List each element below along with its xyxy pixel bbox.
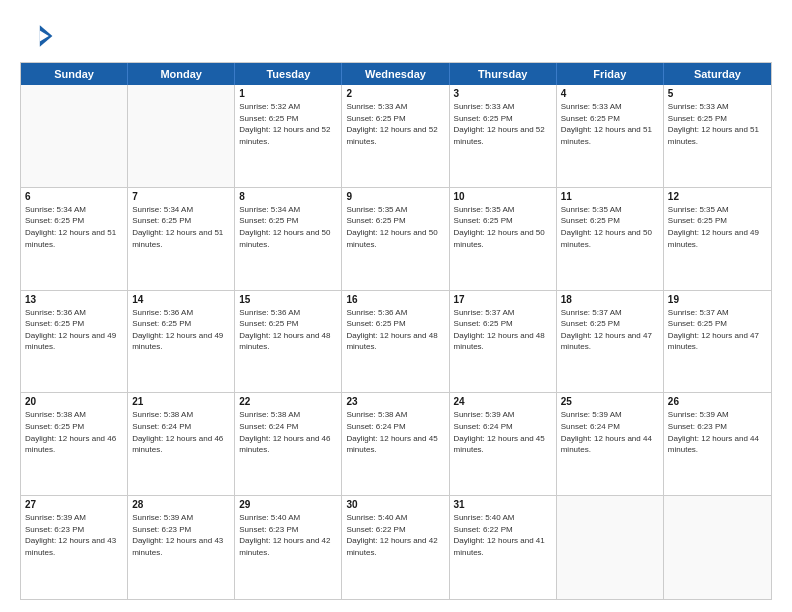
calendar-body: 1Sunrise: 5:32 AMSunset: 6:25 PMDaylight… <box>21 85 771 599</box>
day-number: 24 <box>454 396 552 407</box>
calendar-cell: 23Sunrise: 5:38 AMSunset: 6:24 PMDayligh… <box>342 393 449 495</box>
calendar-cell: 19Sunrise: 5:37 AMSunset: 6:25 PMDayligh… <box>664 291 771 393</box>
calendar-cell <box>128 85 235 187</box>
calendar-cell: 17Sunrise: 5:37 AMSunset: 6:25 PMDayligh… <box>450 291 557 393</box>
day-info: Sunrise: 5:39 AMSunset: 6:23 PMDaylight:… <box>25 512 123 558</box>
day-number: 11 <box>561 191 659 202</box>
day-number: 7 <box>132 191 230 202</box>
day-info: Sunrise: 5:38 AMSunset: 6:25 PMDaylight:… <box>25 409 123 455</box>
day-number: 6 <box>25 191 123 202</box>
day-info: Sunrise: 5:33 AMSunset: 6:25 PMDaylight:… <box>668 101 767 147</box>
calendar-cell: 20Sunrise: 5:38 AMSunset: 6:25 PMDayligh… <box>21 393 128 495</box>
day-number: 19 <box>668 294 767 305</box>
calendar-cell <box>557 496 664 599</box>
calendar-cell: 21Sunrise: 5:38 AMSunset: 6:24 PMDayligh… <box>128 393 235 495</box>
weekday-header: Thursday <box>450 63 557 85</box>
day-number: 3 <box>454 88 552 99</box>
day-info: Sunrise: 5:36 AMSunset: 6:25 PMDaylight:… <box>25 307 123 353</box>
calendar-cell: 7Sunrise: 5:34 AMSunset: 6:25 PMDaylight… <box>128 188 235 290</box>
page: SundayMondayTuesdayWednesdayThursdayFrid… <box>0 0 792 612</box>
day-number: 12 <box>668 191 767 202</box>
calendar-cell: 6Sunrise: 5:34 AMSunset: 6:25 PMDaylight… <box>21 188 128 290</box>
day-number: 10 <box>454 191 552 202</box>
day-info: Sunrise: 5:32 AMSunset: 6:25 PMDaylight:… <box>239 101 337 147</box>
day-number: 16 <box>346 294 444 305</box>
day-number: 14 <box>132 294 230 305</box>
calendar-cell <box>21 85 128 187</box>
day-info: Sunrise: 5:33 AMSunset: 6:25 PMDaylight:… <box>561 101 659 147</box>
calendar-cell: 1Sunrise: 5:32 AMSunset: 6:25 PMDaylight… <box>235 85 342 187</box>
calendar-cell: 27Sunrise: 5:39 AMSunset: 6:23 PMDayligh… <box>21 496 128 599</box>
day-info: Sunrise: 5:33 AMSunset: 6:25 PMDaylight:… <box>454 101 552 147</box>
calendar-cell: 29Sunrise: 5:40 AMSunset: 6:23 PMDayligh… <box>235 496 342 599</box>
calendar-cell: 28Sunrise: 5:39 AMSunset: 6:23 PMDayligh… <box>128 496 235 599</box>
day-number: 9 <box>346 191 444 202</box>
weekday-header: Sunday <box>21 63 128 85</box>
day-number: 8 <box>239 191 337 202</box>
calendar-cell: 26Sunrise: 5:39 AMSunset: 6:23 PMDayligh… <box>664 393 771 495</box>
calendar-week: 27Sunrise: 5:39 AMSunset: 6:23 PMDayligh… <box>21 496 771 599</box>
day-info: Sunrise: 5:35 AMSunset: 6:25 PMDaylight:… <box>561 204 659 250</box>
day-number: 17 <box>454 294 552 305</box>
calendar-cell: 10Sunrise: 5:35 AMSunset: 6:25 PMDayligh… <box>450 188 557 290</box>
day-info: Sunrise: 5:34 AMSunset: 6:25 PMDaylight:… <box>132 204 230 250</box>
day-info: Sunrise: 5:35 AMSunset: 6:25 PMDaylight:… <box>668 204 767 250</box>
day-number: 28 <box>132 499 230 510</box>
weekday-header: Friday <box>557 63 664 85</box>
calendar-cell: 4Sunrise: 5:33 AMSunset: 6:25 PMDaylight… <box>557 85 664 187</box>
calendar-cell: 8Sunrise: 5:34 AMSunset: 6:25 PMDaylight… <box>235 188 342 290</box>
day-number: 31 <box>454 499 552 510</box>
calendar-cell: 9Sunrise: 5:35 AMSunset: 6:25 PMDaylight… <box>342 188 449 290</box>
day-info: Sunrise: 5:35 AMSunset: 6:25 PMDaylight:… <box>346 204 444 250</box>
calendar-cell: 25Sunrise: 5:39 AMSunset: 6:24 PMDayligh… <box>557 393 664 495</box>
day-info: Sunrise: 5:36 AMSunset: 6:25 PMDaylight:… <box>346 307 444 353</box>
day-info: Sunrise: 5:40 AMSunset: 6:22 PMDaylight:… <box>346 512 444 558</box>
day-info: Sunrise: 5:39 AMSunset: 6:23 PMDaylight:… <box>132 512 230 558</box>
calendar-week: 20Sunrise: 5:38 AMSunset: 6:25 PMDayligh… <box>21 393 771 496</box>
day-info: Sunrise: 5:38 AMSunset: 6:24 PMDaylight:… <box>346 409 444 455</box>
day-number: 2 <box>346 88 444 99</box>
day-info: Sunrise: 5:38 AMSunset: 6:24 PMDaylight:… <box>239 409 337 455</box>
day-number: 29 <box>239 499 337 510</box>
weekday-header: Tuesday <box>235 63 342 85</box>
calendar: SundayMondayTuesdayWednesdayThursdayFrid… <box>20 62 772 600</box>
calendar-cell: 31Sunrise: 5:40 AMSunset: 6:22 PMDayligh… <box>450 496 557 599</box>
calendar-cell: 2Sunrise: 5:33 AMSunset: 6:25 PMDaylight… <box>342 85 449 187</box>
day-number: 4 <box>561 88 659 99</box>
header <box>20 18 772 54</box>
day-info: Sunrise: 5:33 AMSunset: 6:25 PMDaylight:… <box>346 101 444 147</box>
calendar-week: 13Sunrise: 5:36 AMSunset: 6:25 PMDayligh… <box>21 291 771 394</box>
day-number: 22 <box>239 396 337 407</box>
day-number: 13 <box>25 294 123 305</box>
day-number: 21 <box>132 396 230 407</box>
day-info: Sunrise: 5:37 AMSunset: 6:25 PMDaylight:… <box>668 307 767 353</box>
logo <box>20 18 60 54</box>
day-info: Sunrise: 5:37 AMSunset: 6:25 PMDaylight:… <box>561 307 659 353</box>
calendar-week: 6Sunrise: 5:34 AMSunset: 6:25 PMDaylight… <box>21 188 771 291</box>
day-info: Sunrise: 5:35 AMSunset: 6:25 PMDaylight:… <box>454 204 552 250</box>
calendar-cell: 15Sunrise: 5:36 AMSunset: 6:25 PMDayligh… <box>235 291 342 393</box>
calendar-cell <box>664 496 771 599</box>
calendar-cell: 22Sunrise: 5:38 AMSunset: 6:24 PMDayligh… <box>235 393 342 495</box>
day-number: 20 <box>25 396 123 407</box>
day-number: 15 <box>239 294 337 305</box>
calendar-cell: 12Sunrise: 5:35 AMSunset: 6:25 PMDayligh… <box>664 188 771 290</box>
day-info: Sunrise: 5:39 AMSunset: 6:24 PMDaylight:… <box>454 409 552 455</box>
day-info: Sunrise: 5:40 AMSunset: 6:23 PMDaylight:… <box>239 512 337 558</box>
weekday-header: Saturday <box>664 63 771 85</box>
calendar-cell: 24Sunrise: 5:39 AMSunset: 6:24 PMDayligh… <box>450 393 557 495</box>
day-number: 23 <box>346 396 444 407</box>
day-number: 27 <box>25 499 123 510</box>
calendar-cell: 5Sunrise: 5:33 AMSunset: 6:25 PMDaylight… <box>664 85 771 187</box>
weekday-header: Wednesday <box>342 63 449 85</box>
calendar-cell: 18Sunrise: 5:37 AMSunset: 6:25 PMDayligh… <box>557 291 664 393</box>
calendar-header: SundayMondayTuesdayWednesdayThursdayFrid… <box>21 63 771 85</box>
day-info: Sunrise: 5:38 AMSunset: 6:24 PMDaylight:… <box>132 409 230 455</box>
day-info: Sunrise: 5:39 AMSunset: 6:23 PMDaylight:… <box>668 409 767 455</box>
calendar-cell: 16Sunrise: 5:36 AMSunset: 6:25 PMDayligh… <box>342 291 449 393</box>
day-number: 18 <box>561 294 659 305</box>
calendar-cell: 13Sunrise: 5:36 AMSunset: 6:25 PMDayligh… <box>21 291 128 393</box>
calendar-week: 1Sunrise: 5:32 AMSunset: 6:25 PMDaylight… <box>21 85 771 188</box>
day-number: 1 <box>239 88 337 99</box>
calendar-cell: 14Sunrise: 5:36 AMSunset: 6:25 PMDayligh… <box>128 291 235 393</box>
